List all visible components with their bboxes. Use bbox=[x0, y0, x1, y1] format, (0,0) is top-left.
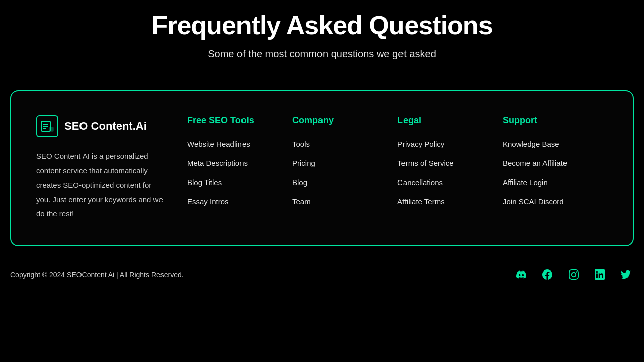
linkedin-icon[interactable] bbox=[592, 266, 608, 283]
col-link[interactable]: Team bbox=[292, 197, 311, 206]
hero-title: Frequently Asked Questions bbox=[0, 10, 644, 40]
brand-description: SEO Content AI is a personalized content… bbox=[36, 149, 167, 221]
col-link[interactable]: Terms of Service bbox=[397, 159, 454, 167]
footer-bottom: Copyright © 2024 SEOContent Ai | All Rig… bbox=[0, 256, 644, 288]
col-link-item: Meta Descriptions bbox=[187, 159, 292, 168]
col-link-item: Blog bbox=[292, 178, 397, 187]
facebook-icon[interactable] bbox=[539, 266, 555, 283]
col-link-item: Blog Titles bbox=[187, 178, 292, 187]
col-link-item: Team bbox=[292, 197, 397, 206]
hero-section: Frequently Asked Questions Some of the m… bbox=[0, 0, 644, 90]
col-link-item: Tools bbox=[292, 140, 397, 149]
col-link-item: Become an Affiliate bbox=[503, 159, 608, 168]
footer-wrapper: SEO Content.Ai SEO Content AI is a perso… bbox=[0, 90, 644, 256]
col-links-2: Privacy PolicyTerms of ServiceCancellati… bbox=[397, 140, 503, 206]
brand-logo: SEO Content.Ai bbox=[36, 115, 167, 137]
col-link-item: Cancellations bbox=[397, 178, 503, 187]
col-link-item: Essay Intros bbox=[187, 197, 292, 206]
col-heading-3: Support bbox=[503, 115, 608, 126]
discord-icon[interactable] bbox=[513, 266, 529, 283]
col-link[interactable]: Cancellations bbox=[397, 178, 443, 187]
col-links-0: Website HeadlinesMeta DescriptionsBlog T… bbox=[187, 140, 292, 206]
footer-col-0: Free SEO ToolsWebsite HeadlinesMeta Desc… bbox=[187, 115, 292, 221]
social-icons bbox=[513, 266, 634, 283]
footer-col-1: CompanyToolsPricingBlogTeam bbox=[292, 115, 397, 221]
col-links-3: Knowledge BaseBecome an AffiliateAffilia… bbox=[503, 140, 608, 206]
footer-columns: Free SEO ToolsWebsite HeadlinesMeta Desc… bbox=[187, 115, 608, 221]
col-link[interactable]: Join SCAI Discord bbox=[503, 197, 564, 206]
col-link[interactable]: Blog Titles bbox=[187, 178, 222, 187]
col-link[interactable]: Privacy Policy bbox=[397, 140, 444, 148]
brand-icon bbox=[36, 115, 58, 137]
col-link[interactable]: Knowledge Base bbox=[503, 140, 559, 148]
col-link-item: Website Headlines bbox=[187, 140, 292, 149]
col-link-item: Terms of Service bbox=[397, 159, 503, 168]
col-link[interactable]: Become an Affiliate bbox=[503, 159, 567, 167]
footer-col-2: LegalPrivacy PolicyTerms of ServiceCance… bbox=[397, 115, 503, 221]
col-link-item: Join SCAI Discord bbox=[503, 197, 608, 206]
hero-subtitle: Some of the most common questions we get… bbox=[0, 48, 644, 60]
col-heading-2: Legal bbox=[397, 115, 503, 126]
footer-brand: SEO Content.Ai SEO Content AI is a perso… bbox=[36, 115, 187, 221]
col-link-item: Knowledge Base bbox=[503, 140, 608, 149]
col-link[interactable]: Meta Descriptions bbox=[187, 159, 248, 167]
footer-col-3: SupportKnowledge BaseBecome an Affiliate… bbox=[503, 115, 608, 221]
instagram-icon[interactable] bbox=[566, 266, 582, 283]
col-links-1: ToolsPricingBlogTeam bbox=[292, 140, 397, 206]
twitter-icon[interactable] bbox=[618, 266, 634, 283]
col-link[interactable]: Pricing bbox=[292, 159, 315, 167]
svg-rect-4 bbox=[49, 127, 53, 131]
col-link-item: Pricing bbox=[292, 159, 397, 168]
col-link[interactable]: Essay Intros bbox=[187, 197, 229, 206]
col-heading-0: Free SEO Tools bbox=[187, 115, 292, 126]
col-link[interactable]: Tools bbox=[292, 140, 310, 148]
col-link[interactable]: Blog bbox=[292, 178, 307, 187]
col-link-item: Affiliate Login bbox=[503, 178, 608, 187]
copyright-text: Copyright © 2024 SEOContent Ai | All Rig… bbox=[10, 270, 184, 279]
col-link[interactable]: Affiliate Login bbox=[503, 178, 548, 187]
footer-box: SEO Content.Ai SEO Content AI is a perso… bbox=[10, 90, 634, 246]
col-link-item: Affiliate Terms bbox=[397, 197, 503, 206]
col-link[interactable]: Website Headlines bbox=[187, 140, 250, 148]
col-link[interactable]: Affiliate Terms bbox=[397, 197, 445, 206]
col-link-item: Privacy Policy bbox=[397, 140, 503, 149]
col-heading-1: Company bbox=[292, 115, 397, 126]
brand-name: SEO Content.Ai bbox=[64, 120, 147, 133]
